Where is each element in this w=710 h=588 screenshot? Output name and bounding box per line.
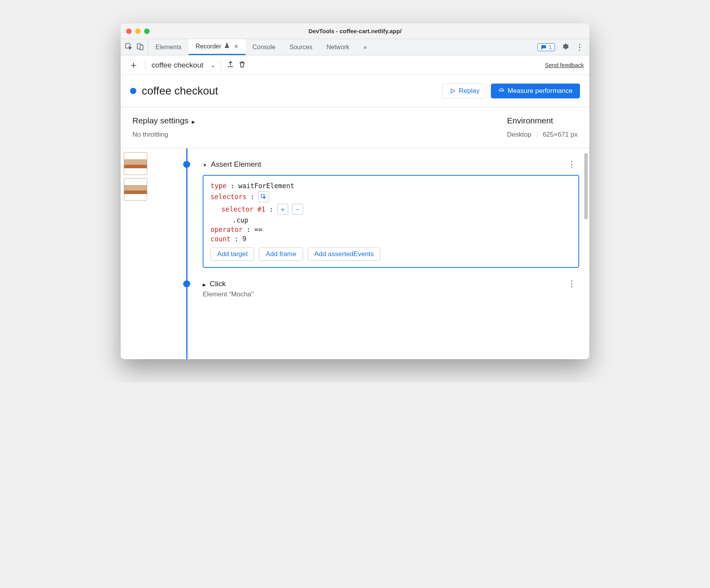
replay-button[interactable]: Replay: [442, 84, 487, 98]
status-indicator: [130, 88, 136, 94]
gauge-icon: [498, 88, 505, 94]
step-title: Assert Element: [211, 160, 261, 169]
selector-value[interactable]: .cup: [232, 216, 248, 224]
tab-sources[interactable]: Sources: [282, 39, 319, 55]
chevron-down-icon: ⌄: [211, 62, 215, 68]
step-menu-icon[interactable]: ⋮: [567, 159, 579, 169]
inspect-element-icon[interactable]: [125, 43, 132, 52]
recording-title: coffee checkout: [142, 85, 442, 97]
device-toggle-icon[interactable]: [136, 43, 144, 52]
send-feedback-link[interactable]: Send feedback: [545, 62, 584, 68]
step-click: Click ⋮ Element "Mocha": [175, 279, 579, 298]
flask-icon: [224, 43, 230, 50]
count-value[interactable]: 9: [242, 235, 246, 243]
add-asserted-events-button[interactable]: Add assertedEvents: [308, 248, 380, 261]
window-title: DevTools - coffee-cart.netlify.app/: [121, 28, 589, 34]
expand-toggle-icon[interactable]: [203, 280, 206, 288]
chevrons-right-icon: »: [364, 44, 367, 51]
tab-recorder[interactable]: Recorder ✕: [189, 39, 246, 55]
remove-selector-button[interactable]: －: [292, 204, 303, 215]
titlebar: DevTools - coffee-cart.netlify.app/: [121, 23, 589, 39]
settings-row: Replay settings No throttling Environmen…: [121, 107, 589, 148]
step-thumbnail[interactable]: [124, 178, 147, 201]
add-frame-button[interactable]: Add frame: [259, 248, 303, 261]
gear-icon[interactable]: [561, 43, 569, 52]
step-marker[interactable]: [183, 280, 190, 287]
export-icon[interactable]: [227, 61, 234, 70]
step-subtitle: Element "Mocha": [203, 290, 579, 298]
inspect-tools: [121, 39, 148, 55]
step-marker[interactable]: [183, 161, 190, 168]
chevron-right-icon: [192, 116, 195, 125]
measure-performance-button[interactable]: Measure performance: [491, 84, 580, 98]
step-thumbnail[interactable]: [124, 152, 147, 175]
tab-network[interactable]: Network: [319, 39, 357, 55]
panel-tabbar: Elements Recorder ✕ Console Sources Netw…: [121, 39, 589, 55]
recording-selector[interactable]: coffee checkout ⌄: [145, 61, 215, 69]
add-target-button[interactable]: Add target: [211, 248, 254, 261]
step-details: type: waitForElement selectors: selector…: [203, 175, 579, 268]
device-type: Desktop: [507, 131, 531, 139]
add-selector-button[interactable]: ＋: [277, 204, 288, 215]
issues-badge[interactable]: 1: [537, 43, 555, 51]
viewport-size: 625×671 px: [543, 131, 578, 139]
tab-overflow[interactable]: »: [357, 39, 374, 55]
replay-settings-toggle[interactable]: Replay settings: [132, 116, 507, 125]
pick-selector-button[interactable]: [258, 191, 269, 202]
step-assert-element: Assert Element ⋮ type: waitForElement se…: [175, 159, 579, 268]
timeline-area: Assert Element ⋮ type: waitForElement se…: [121, 148, 589, 359]
panel-tabs: Elements Recorder ✕ Console Sources Netw…: [148, 39, 532, 55]
recording-header: coffee checkout Replay Measure performan…: [121, 75, 589, 107]
chat-icon: [541, 44, 547, 50]
kebab-menu-icon[interactable]: ⋮: [575, 42, 584, 52]
screenshot-column: [121, 148, 175, 359]
new-recording-button[interactable]: ＋: [126, 58, 141, 72]
collapse-toggle-icon[interactable]: [203, 160, 207, 169]
scrollbar[interactable]: [584, 153, 588, 219]
recorder-toolbar: ＋ coffee checkout ⌄ Send feedback: [121, 55, 589, 75]
devtools-window: DevTools - coffee-cart.netlify.app/ Elem…: [121, 23, 589, 359]
svg-rect-2: [140, 45, 143, 50]
operator-value[interactable]: ==: [254, 226, 262, 233]
tab-console[interactable]: Console: [246, 39, 283, 55]
delete-icon[interactable]: [238, 61, 246, 70]
environment-label: Environment: [507, 116, 578, 125]
steps-column: Assert Element ⋮ type: waitForElement se…: [175, 148, 589, 359]
step-title: Click: [210, 280, 226, 288]
throttling-value: No throttling: [132, 131, 507, 139]
play-icon: [450, 88, 456, 94]
step-menu-icon[interactable]: ⋮: [567, 279, 579, 289]
close-tab-icon[interactable]: ✕: [234, 43, 239, 50]
tab-elements[interactable]: Elements: [148, 39, 189, 55]
